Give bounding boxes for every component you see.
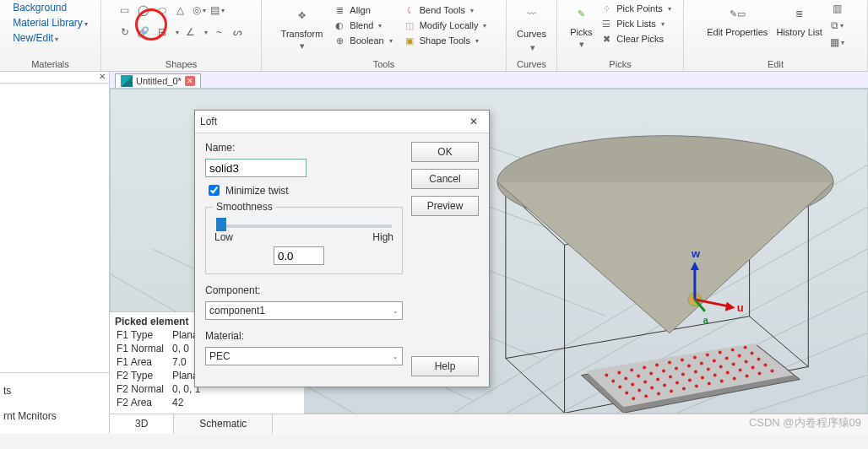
material-library-link[interactable]: Material Library▾ — [13, 17, 88, 29]
svg-point-68 — [644, 394, 648, 398]
svg-point-52 — [732, 363, 735, 366]
pick-lists-button[interactable]: ☰Pick Lists▾ — [599, 17, 664, 30]
edit-misc-icon-2[interactable]: ⧉▾ — [831, 19, 844, 32]
torus-icon[interactable]: ◎▾ — [193, 3, 206, 17]
blend-icon: ◐ — [333, 19, 346, 32]
pane-close-icon[interactable]: ✕ — [0, 72, 109, 84]
ok-button[interactable]: OK — [411, 142, 479, 162]
bend-icon: ⤹ — [403, 3, 416, 17]
loft-icon[interactable]: 🔗 — [137, 25, 150, 39]
axis-a-label: a — [703, 315, 709, 325]
background-link[interactable]: Background — [13, 2, 67, 14]
helix-icon[interactable]: ᔕ — [231, 25, 245, 39]
preview-button[interactable]: Preview — [411, 196, 479, 216]
material-combo[interactable]: PEC ⌄ — [205, 347, 403, 365]
svg-point-30 — [744, 346, 747, 349]
svg-point-46 — [656, 377, 659, 381]
edge-icon[interactable]: ∠ — [184, 25, 198, 39]
minimize-twist-input[interactable] — [209, 185, 220, 196]
minimize-twist-checkbox[interactable]: Minimize twist — [205, 182, 403, 198]
svg-point-33 — [637, 374, 640, 377]
svg-point-65 — [751, 366, 755, 370]
ribbon: Background Material Library▾ New/Edit▾ M… — [0, 0, 868, 72]
clear-picks-button[interactable]: ✖Clear Picks — [599, 32, 664, 46]
list-item[interactable]: rnt Mcnitors — [3, 403, 106, 429]
loft-dialog: Loft ✕ Name: Minimize twist Smoothness L… — [194, 110, 490, 387]
svg-point-58 — [663, 383, 666, 387]
group-label-materials: Materials — [31, 59, 69, 71]
name-input[interactable] — [205, 159, 307, 177]
transform-button[interactable]: ✥ Transform▾ — [281, 3, 323, 51]
group-label-picks: Picks — [609, 59, 631, 71]
svg-point-54 — [757, 358, 761, 361]
svg-point-67 — [632, 397, 635, 400]
boolean-icon: ⊕ — [333, 34, 346, 47]
group-label-shapes: Shapes — [165, 59, 197, 71]
dialog-title: Loft — [200, 116, 217, 127]
svg-point-49 — [694, 371, 697, 374]
sweep-icon[interactable]: ↻ — [118, 25, 132, 39]
pick-lists-icon: ☰ — [599, 17, 613, 30]
boolean-button[interactable]: ⊕Boolean▾ — [333, 34, 392, 47]
group-label-edit: Edit — [768, 59, 784, 71]
edit-misc-icon-3[interactable]: ▦▾ — [831, 35, 844, 49]
picks-button[interactable]: ✎ Picks▾ — [569, 2, 593, 50]
document-tab[interactable]: Untitled_0* ✕ — [115, 73, 201, 88]
align-button[interactable]: ≣Align — [333, 3, 370, 17]
smoothness-slider[interactable] — [216, 224, 392, 228]
svg-point-48 — [681, 372, 685, 376]
cone-icon[interactable]: △ — [174, 3, 187, 17]
curves-button[interactable]: 〰 Curves▾ — [517, 2, 546, 59]
ribbon-group-tools: ✥ Transform▾ ≣Align ◐Blend▾ ⊕Boolean▾ ⤹B… — [262, 0, 507, 71]
clear-picks-icon: ✖ — [599, 32, 613, 46]
svg-point-38 — [700, 362, 703, 365]
watermark: CSDN @内卷程序猿09 — [749, 415, 861, 430]
svg-point-72 — [695, 384, 698, 387]
svg-point-56 — [637, 388, 641, 392]
axis-u-label: u — [737, 301, 744, 314]
smoothness-legend: Smoothness — [213, 201, 276, 213]
svg-point-66 — [764, 364, 768, 367]
history-list-button[interactable]: ≣ History List — [776, 2, 822, 37]
dialog-close-icon[interactable]: ✕ — [464, 114, 484, 129]
new-edit-link[interactable]: New/Edit▾ — [13, 32, 58, 44]
svg-point-73 — [708, 381, 711, 385]
bend-tools-button[interactable]: ⤹Bend Tools▾ — [403, 3, 474, 17]
svg-point-45 — [643, 380, 647, 383]
svg-point-71 — [682, 387, 686, 390]
svg-point-23 — [655, 364, 659, 367]
help-button[interactable]: Help — [411, 356, 479, 376]
navigation-tree[interactable] — [0, 84, 109, 373]
slider-thumb[interactable] — [216, 218, 226, 231]
modify-icon: ◫ — [403, 19, 416, 32]
tab-close-icon[interactable]: ✕ — [185, 76, 195, 86]
view-tab-schematic[interactable]: Schematic — [174, 414, 273, 434]
sphere-icon[interactable]: ◯ — [137, 3, 150, 17]
edit-properties-button[interactable]: ✎▭ Edit Properties — [707, 2, 768, 37]
svg-point-47 — [669, 375, 672, 378]
cylinder-icon[interactable]: ⬭ — [155, 3, 169, 17]
svg-point-28 — [719, 351, 722, 354]
svg-point-61 — [701, 376, 704, 379]
history-icon: ≣ — [788, 2, 811, 25]
group-label-curves: Curves — [517, 59, 546, 71]
svg-point-63 — [726, 371, 730, 375]
edit-misc-icon-1[interactable]: ▥ — [831, 2, 844, 15]
edit-props-icon: ✎▭ — [725, 2, 749, 25]
smoothness-value-input[interactable] — [274, 246, 324, 265]
extrude-icon[interactable]: ▤▾ — [211, 3, 225, 17]
group-label-tools: Tools — [373, 59, 395, 71]
cube-icon[interactable]: ▭ — [118, 3, 132, 17]
spline-icon[interactable]: ~ — [213, 25, 226, 39]
slider-high-label: High — [372, 231, 393, 243]
pick-points-button[interactable]: ⁘Pick Points▾ — [599, 2, 670, 15]
modify-locally-button[interactable]: ◫Modify Locally▾ — [403, 19, 487, 32]
cancel-button[interactable]: Cancel — [411, 169, 479, 189]
list-item[interactable]: ts — [3, 378, 106, 403]
material-label: Material: — [205, 330, 403, 342]
component-combo[interactable]: component1 ⌄ — [205, 301, 403, 320]
blend-button[interactable]: ◐Blend▾ — [333, 19, 382, 32]
shell-icon[interactable]: ⊟ — [155, 25, 169, 39]
view-tab-3d[interactable]: 3D — [110, 414, 174, 434]
shape-tools-button[interactable]: ▣Shape Tools▾ — [403, 34, 479, 47]
